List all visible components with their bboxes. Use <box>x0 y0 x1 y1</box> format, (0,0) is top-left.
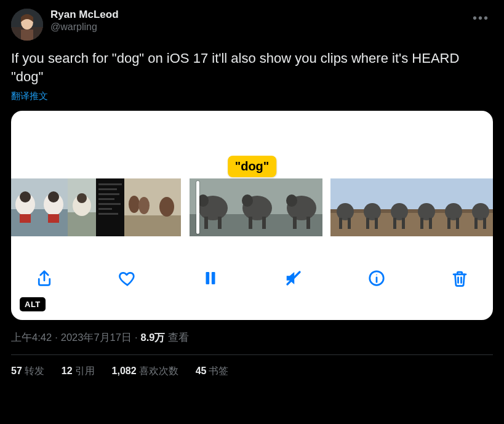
pause-icon[interactable] <box>197 265 224 292</box>
tweet-text: If you search for "dog" on iOS 17 it'll … <box>11 49 493 86</box>
svg-rect-25 <box>98 213 118 215</box>
media-topbar: "dog" <box>11 111 493 178</box>
stat-num: 57 <box>11 366 22 376</box>
caption-bubble: "dog" <box>228 156 277 177</box>
clip-gap <box>322 178 331 236</box>
avatar-image <box>11 9 43 41</box>
svg-rect-37 <box>204 217 208 229</box>
tweet-date[interactable]: 2023年7月17日 <box>61 331 132 345</box>
mute-icon[interactable] <box>280 265 307 292</box>
alt-badge[interactable]: ALT <box>20 297 46 311</box>
avatar[interactable] <box>11 9 43 41</box>
svg-rect-86 <box>483 218 486 229</box>
svg-point-72 <box>418 203 435 220</box>
svg-rect-44 <box>262 217 266 229</box>
stat-num: 1,082 <box>112 366 137 376</box>
tweet-header: Ryan McLeod @warpling ••• <box>11 9 493 41</box>
handle[interactable]: @warpling <box>50 21 469 34</box>
svg-point-91 <box>376 274 377 276</box>
svg-rect-24 <box>98 208 112 210</box>
svg-rect-31 <box>153 215 181 236</box>
svg-rect-62 <box>375 218 378 229</box>
video-timeline[interactable] <box>11 178 493 236</box>
svg-rect-8 <box>20 214 31 223</box>
clip-thumb <box>96 178 124 236</box>
clip-thumb <box>330 178 358 236</box>
tweet-stats: 57转发 12引用 1,082喜欢次数 45书签 <box>11 355 493 378</box>
stat-label: 书签 <box>209 366 228 376</box>
svg-rect-74 <box>429 218 432 229</box>
svg-rect-27 <box>124 215 153 236</box>
svg-rect-87 <box>206 272 210 284</box>
clip-thumb <box>68 178 96 236</box>
svg-rect-23 <box>98 203 121 205</box>
clip-gap <box>181 178 190 236</box>
tweet-media[interactable]: "dog" <box>11 111 493 320</box>
svg-point-29 <box>138 197 150 214</box>
display-name[interactable]: Ryan McLeod <box>50 9 469 21</box>
clip-thumb <box>466 178 493 236</box>
clip-group-1 <box>11 178 181 236</box>
stat-label: 引用 <box>75 366 95 376</box>
clip-thumb <box>234 178 278 236</box>
svg-rect-13 <box>48 214 59 223</box>
svg-rect-79 <box>447 218 450 229</box>
stat-quotes[interactable]: 12引用 <box>62 365 95 378</box>
clip-thumb <box>385 178 412 236</box>
svg-point-78 <box>445 203 462 220</box>
media-inner: "dog" <box>11 111 493 320</box>
svg-point-12 <box>48 191 59 202</box>
svg-point-17 <box>77 193 87 203</box>
clip-group-2 <box>190 178 322 236</box>
svg-point-66 <box>391 203 408 220</box>
svg-rect-67 <box>393 218 396 229</box>
svg-point-48 <box>286 194 297 207</box>
svg-rect-80 <box>456 218 459 229</box>
svg-rect-19 <box>98 183 122 185</box>
svg-rect-68 <box>402 218 405 229</box>
clip-thumb <box>124 178 153 236</box>
tweet-time[interactable]: 上午4:42 <box>11 331 52 345</box>
stat-likes[interactable]: 1,082喜欢次数 <box>112 365 178 378</box>
stat-retweets[interactable]: 57转发 <box>11 365 44 378</box>
svg-rect-73 <box>420 218 423 229</box>
stat-num: 45 <box>196 366 207 376</box>
svg-rect-88 <box>212 272 215 284</box>
translate-link[interactable]: 翻译推文 <box>11 90 48 102</box>
svg-rect-61 <box>366 218 369 229</box>
tweet-meta: 上午4:42 · 2023年7月17日 · 8.9万 查看 <box>11 331 493 345</box>
svg-rect-20 <box>98 188 117 190</box>
svg-rect-38 <box>218 217 222 229</box>
clip-thumb <box>412 178 439 236</box>
stat-bookmarks[interactable]: 45书签 <box>196 365 229 378</box>
meta-sep: · <box>135 332 138 343</box>
svg-point-28 <box>129 196 140 213</box>
clip-thumb <box>39 178 68 236</box>
playhead[interactable] <box>196 181 199 234</box>
clip-thumb <box>439 178 466 236</box>
heart-icon[interactable] <box>114 265 141 292</box>
share-icon[interactable] <box>31 265 58 292</box>
author-names: Ryan McLeod @warpling <box>50 9 469 34</box>
svg-rect-21 <box>98 193 119 195</box>
meta-sep: · <box>55 332 58 343</box>
clip-group-3 <box>330 178 493 236</box>
clip-thumb <box>278 178 322 236</box>
clip-thumb <box>11 178 39 236</box>
svg-point-7 <box>20 191 31 202</box>
stat-num: 12 <box>62 366 73 376</box>
svg-point-84 <box>472 203 489 220</box>
svg-point-60 <box>364 203 381 220</box>
media-toolbar <box>11 236 493 320</box>
svg-rect-18 <box>96 178 124 236</box>
more-icon[interactable]: ••• <box>469 9 493 28</box>
svg-rect-55 <box>339 218 342 229</box>
svg-rect-50 <box>306 217 310 229</box>
info-icon[interactable] <box>363 265 390 292</box>
svg-point-32 <box>159 197 174 217</box>
views-label: 查看 <box>168 331 189 345</box>
trash-icon[interactable] <box>446 265 473 292</box>
svg-rect-85 <box>474 218 478 229</box>
views-number: 8.9万 <box>141 331 166 345</box>
svg-rect-22 <box>98 198 114 200</box>
